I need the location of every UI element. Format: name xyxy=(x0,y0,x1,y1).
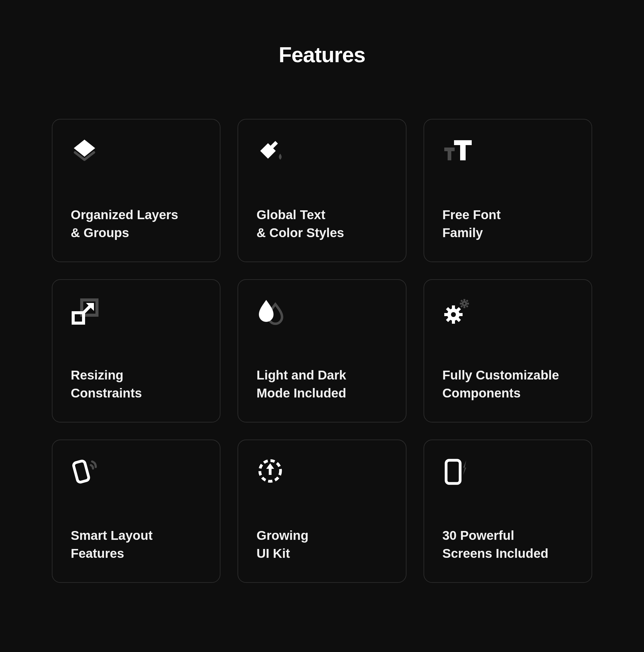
feature-card: Global Text & Color Styles xyxy=(238,119,406,262)
svg-point-20 xyxy=(463,303,465,304)
update-icon xyxy=(257,457,287,488)
feature-card: Resizing Constraints xyxy=(52,279,220,423)
feature-label: Smart Layout Features xyxy=(71,527,202,563)
svg-line-27 xyxy=(457,319,460,321)
feature-label: Growing UI Kit xyxy=(257,527,387,563)
drops-icon xyxy=(257,297,287,327)
feature-card: 30 Powerful Screens Included xyxy=(424,439,592,583)
feature-label: Organized Layers & Groups xyxy=(71,206,202,242)
feature-label: Resizing Constraints xyxy=(71,366,202,402)
feature-card: Growing UI Kit xyxy=(238,439,406,583)
svg-point-30 xyxy=(451,312,456,317)
svg-line-26 xyxy=(447,308,450,310)
svg-line-29 xyxy=(457,308,460,310)
gears-icon xyxy=(442,297,473,327)
feature-label: Free Font Family xyxy=(442,206,573,242)
feature-card: Organized Layers & Groups xyxy=(52,119,220,262)
svg-line-18 xyxy=(461,306,462,307)
feature-card: Smart Layout Features xyxy=(52,439,220,583)
feature-card: Free Font Family xyxy=(424,119,592,262)
svg-line-28 xyxy=(447,319,450,321)
svg-rect-4 xyxy=(460,140,466,160)
layers-icon xyxy=(71,137,101,167)
smart-icon xyxy=(71,457,101,488)
feature-label: Fully Customizable Components xyxy=(442,366,573,402)
svg-rect-35 xyxy=(446,460,460,484)
section-title: Features xyxy=(52,43,592,67)
features-grid: Organized Layers & Groups Global Text & … xyxy=(52,119,592,583)
screens-icon xyxy=(442,457,473,488)
svg-rect-31 xyxy=(73,460,89,483)
svg-line-16 xyxy=(461,300,462,301)
feature-label: Light and Dark Mode Included xyxy=(257,366,387,402)
svg-line-19 xyxy=(466,300,468,301)
feature-label: 30 Powerful Screens Included xyxy=(442,527,573,563)
svg-line-9 xyxy=(82,305,91,314)
paint-icon xyxy=(257,137,287,167)
feature-label: Global Text & Color Styles xyxy=(257,206,387,242)
resize-icon xyxy=(71,297,101,327)
svg-marker-36 xyxy=(463,460,466,475)
feature-card: Fully Customizable Components xyxy=(424,279,592,423)
svg-marker-34 xyxy=(266,463,274,469)
text-size-icon xyxy=(442,137,473,167)
svg-line-17 xyxy=(466,306,468,307)
svg-rect-6 xyxy=(448,147,451,160)
feature-card: Light and Dark Mode Included xyxy=(238,279,406,423)
